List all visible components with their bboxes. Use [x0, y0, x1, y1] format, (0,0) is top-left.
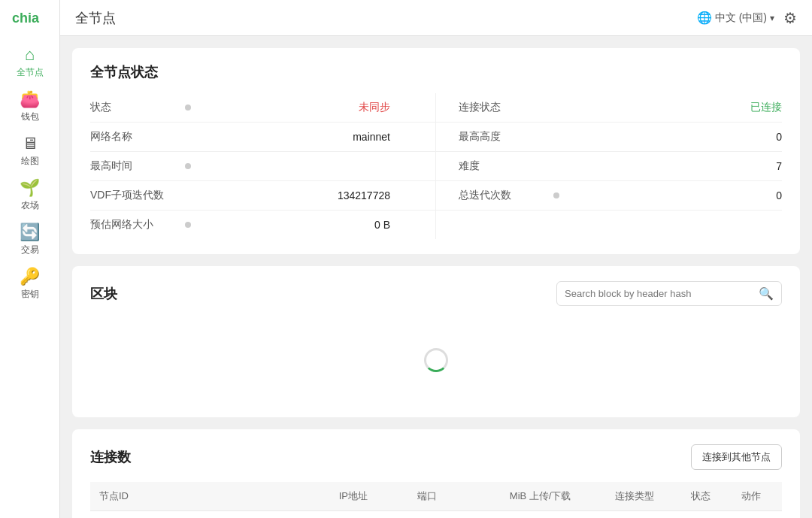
vdf-label: VDF子项迭代数: [90, 189, 180, 202]
sidebar-item-label: 全节点: [17, 66, 44, 79]
cell-ip: 127.0.0.1: [330, 511, 408, 519]
status-cell-difficulty-right: 难度 7: [436, 152, 782, 181]
language-selector[interactable]: 🌐 中文 (中国) ▾: [697, 11, 774, 25]
block-search-input[interactable]: [565, 288, 754, 299]
topbar: 全节点 🌐 中文 (中国) ▾ ⚙: [60, 0, 812, 36]
plots-icon: 🖥: [22, 135, 38, 152]
settings-button[interactable]: ⚙: [783, 9, 797, 27]
page-title: 全节点: [75, 9, 116, 27]
status-cell-connection-right: 连接状态 已连接: [436, 93, 782, 123]
svg-text:chia: chia: [12, 11, 40, 26]
col-ip: IP地址: [330, 482, 408, 511]
vdf-value: 134217728: [338, 189, 420, 201]
node-status-card: 全节点状态 状态 未同步 连接状态 已连接 网络名称 mainnet: [72, 48, 800, 254]
chevron-down-icon: ▾: [770, 13, 774, 23]
iterations-label: 总迭代次数: [459, 189, 549, 202]
col-mib: MiB 上传/下载: [501, 482, 606, 511]
height-label: 最高高度: [459, 130, 549, 144]
search-icon: 🔍: [759, 286, 774, 301]
cell-node-id: 0xbed7a735d27ff4943ad3150f88b6...: [90, 511, 330, 519]
topbar-right: 🌐 中文 (中国) ▾ ⚙: [697, 9, 797, 27]
connection-label: 连接状态: [459, 101, 549, 114]
cell-action[interactable]: 🗑: [732, 511, 782, 519]
home-icon: ⌂: [25, 47, 35, 63]
translate-icon: 🌐: [697, 11, 712, 25]
status-cell-state-left: 状态 未同步: [90, 93, 436, 123]
state-label: 状态: [90, 101, 180, 114]
loading-spinner: [90, 318, 782, 402]
sidebar-item-label: 绘图: [21, 155, 39, 168]
status-cell-vdf-left: VDF子项迭代数 134217728: [90, 181, 436, 211]
sidebar-item-farm[interactable]: 🌱 农场: [0, 172, 59, 217]
spinner-circle: [424, 348, 448, 372]
connections-card: 连接数 连接到其他节点 节点ID IP地址 端口 MiB 上传/下载 连接类型 …: [72, 429, 800, 518]
difficulty-value: 7: [776, 160, 782, 172]
sidebar-item-fullnode[interactable]: ⌂ 全节点: [0, 39, 59, 83]
time-label: 最高时间: [90, 159, 180, 173]
blocks-header: 区块 🔍: [90, 281, 782, 306]
cell-status: [682, 511, 732, 519]
status-cell-netsize-left: 预估网络大小 0 B: [90, 211, 436, 239]
netsize-value: 0 B: [374, 219, 420, 231]
main-area: 全节点 🌐 中文 (中国) ▾ ⚙ 全节点状态 状态 未同步 连: [60, 0, 812, 518]
netsize-dot: [185, 222, 191, 228]
sidebar-item-label: 密钥: [21, 288, 39, 301]
node-status-title: 全节点状态: [90, 63, 782, 81]
sidebar-item-label: 钱包: [21, 111, 39, 123]
status-cell-network-left: 网络名称 mainnet: [90, 123, 436, 152]
sidebar-item-label: 农场: [21, 199, 39, 212]
network-label: 网络名称: [90, 130, 180, 144]
status-cell-iterations-right: 总迭代次数 0: [436, 181, 782, 211]
table-header: 节点ID IP地址 端口 MiB 上传/下载 连接类型 状态 动作: [90, 482, 782, 511]
connect-button[interactable]: 连接到其他节点: [691, 444, 782, 470]
connections-title: 连接数: [90, 448, 131, 466]
blocks-title: 区块: [90, 285, 117, 303]
sidebar: chia ⌂ 全节点 👛 钱包 🖥 绘图 🌱 农场 🔄 交易 🔑 密钥: [0, 0, 60, 518]
connections-table: 节点ID IP地址 端口 MiB 上传/下载 连接类型 状态 动作 0xbed7…: [90, 482, 782, 518]
status-cell-empty-right: [436, 211, 782, 239]
block-search-box[interactable]: 🔍: [556, 281, 782, 306]
col-port: 端口: [408, 482, 501, 511]
language-label: 中文 (中国): [715, 11, 767, 25]
sidebar-item-plots[interactable]: 🖥 绘图: [0, 128, 59, 172]
content-area: 全节点状态 状态 未同步 连接状态 已连接 网络名称 mainnet: [60, 36, 812, 518]
keys-icon: 🔑: [20, 268, 40, 285]
status-grid: 状态 未同步 连接状态 已连接 网络名称 mainnet 最高高度 0: [90, 93, 782, 239]
iterations-dot: [553, 192, 559, 198]
connections-table-wrapper: 节点ID IP地址 端口 MiB 上传/下载 连接类型 状态 动作 0xbed7…: [90, 482, 782, 518]
connections-tbody: 0xbed7a735d27ff4943ad3150f88b6... 127.0.…: [90, 511, 782, 519]
height-value: 0: [776, 131, 782, 143]
iterations-value: 0: [776, 189, 782, 201]
time-dot: [185, 163, 191, 169]
network-value: mainnet: [353, 131, 420, 143]
sidebar-item-trade[interactable]: 🔄 交易: [0, 217, 59, 261]
col-action: 动作: [732, 482, 782, 511]
wallet-icon: 👛: [20, 91, 40, 108]
connections-header: 连接数 连接到其他节点: [90, 444, 782, 470]
netsize-label: 预估网络大小: [90, 218, 180, 232]
sidebar-item-keys[interactable]: 🔑 密钥: [0, 261, 59, 305]
difficulty-label: 难度: [459, 159, 549, 173]
trade-icon: 🔄: [20, 224, 40, 241]
status-cell-height-right: 最高高度 0: [436, 123, 782, 152]
col-status: 状态: [682, 482, 732, 511]
blocks-card: 区块 🔍: [72, 266, 800, 417]
col-node-id: 节点ID: [90, 482, 330, 511]
farm-icon: 🌱: [20, 180, 40, 196]
cell-mib: 0.0/0.0: [501, 511, 606, 519]
state-value: 未同步: [359, 101, 420, 114]
connection-value: 已连接: [750, 101, 782, 114]
col-type: 连接类型: [606, 482, 682, 511]
app-logo: chia: [8, 6, 53, 30]
sidebar-item-label: 交易: [21, 244, 39, 256]
table-row: 0xbed7a735d27ff4943ad3150f88b6... 127.0.…: [90, 511, 782, 519]
cell-type: Farmer: [606, 511, 682, 519]
cell-port: 59159/8447: [408, 511, 501, 519]
sidebar-item-wallet[interactable]: 👛 钱包: [0, 83, 59, 128]
status-cell-time-left: 最高时间: [90, 152, 436, 181]
state-dot: [185, 105, 191, 111]
